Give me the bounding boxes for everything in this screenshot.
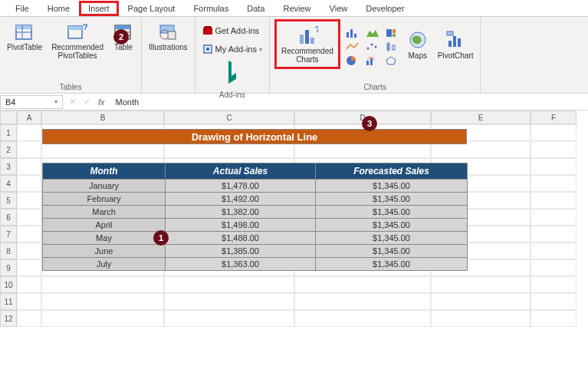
cell[interactable]: [431, 310, 531, 327]
tab-developer[interactable]: Developer: [356, 1, 413, 16]
row-header[interactable]: 11: [0, 293, 17, 310]
column-chart-icon[interactable]: [345, 28, 360, 38]
row-header[interactable]: 10: [0, 276, 17, 293]
tab-view[interactable]: View: [320, 1, 357, 16]
radar-chart-icon[interactable]: [385, 55, 400, 66]
tab-insert[interactable]: Insert: [79, 1, 119, 16]
cell[interactable]: [294, 310, 431, 327]
get-addins-button[interactable]: Get Add-ins: [200, 24, 264, 38]
row-header[interactable]: 4: [0, 175, 17, 192]
cell[interactable]: [531, 175, 577, 192]
table-cell[interactable]: $1,345.00: [316, 193, 468, 206]
pivotchart-button[interactable]: PivotChart: [435, 28, 476, 61]
table-cell[interactable]: July: [43, 258, 166, 271]
cell[interactable]: [431, 293, 531, 310]
cell[interactable]: [294, 293, 431, 310]
cell[interactable]: [531, 310, 577, 327]
cell[interactable]: [164, 310, 294, 327]
cell[interactable]: [17, 293, 41, 310]
table-row[interactable]: March$1,382.00$1,345.00: [43, 206, 468, 219]
col-header-f[interactable]: F: [531, 111, 577, 124]
cell[interactable]: [17, 124, 41, 141]
cell[interactable]: [431, 276, 531, 293]
table-cell[interactable]: February: [43, 193, 166, 206]
my-addins-button[interactable]: My Add-ins ▾: [200, 42, 264, 56]
table-row[interactable]: April$1,498.00$1,345.00: [43, 219, 468, 232]
cell[interactable]: [531, 158, 577, 175]
tab-page-layout[interactable]: Page Layout: [119, 1, 185, 16]
table-cell[interactable]: $1,345.00: [316, 232, 468, 245]
cell[interactable]: [531, 141, 577, 158]
cancel-icon[interactable]: ✕: [69, 97, 76, 107]
table-row[interactable]: February$1,492.00$1,345.00: [43, 193, 468, 206]
bing-icon[interactable]: [225, 59, 239, 87]
table-cell[interactable]: $1,345.00: [316, 245, 468, 258]
cell[interactable]: [41, 293, 164, 310]
recommended-charts-button[interactable]: ? Recommended Charts: [274, 19, 340, 69]
col-header-c[interactable]: C: [164, 111, 294, 124]
scatter-chart-icon[interactable]: [365, 41, 380, 52]
line-chart-icon[interactable]: [345, 41, 360, 52]
row-header[interactable]: 3: [0, 158, 17, 175]
cell[interactable]: [17, 259, 41, 276]
tab-formulas[interactable]: Formulas: [184, 1, 238, 16]
col-header-b[interactable]: B: [41, 111, 164, 124]
table-cell[interactable]: $1,488.00: [166, 232, 316, 245]
table-row[interactable]: January$1,478.00$1,345.00: [43, 180, 468, 193]
formula-input[interactable]: Month: [113, 96, 582, 108]
cell[interactable]: [17, 158, 41, 175]
combo-chart-icon[interactable]: [365, 55, 380, 66]
table-row[interactable]: May$1,488.00$1,345.00: [43, 232, 468, 245]
name-box[interactable]: B4: [0, 95, 63, 109]
row-header[interactable]: 1: [0, 124, 17, 141]
table-cell[interactable]: May: [43, 232, 166, 245]
table-cell[interactable]: $1,498.00: [166, 219, 316, 232]
cell[interactable]: [17, 310, 41, 327]
stats-chart-icon[interactable]: [385, 41, 400, 52]
data-table[interactable]: Month Actual Sales Forecasted Sales Janu…: [42, 163, 468, 271]
table-cell[interactable]: $1,385.00: [166, 245, 316, 258]
row-header[interactable]: 7: [0, 226, 17, 242]
fx-icon[interactable]: fx: [98, 97, 105, 107]
hierarchy-chart-icon[interactable]: [385, 28, 400, 38]
cell[interactable]: [17, 141, 41, 158]
row-header[interactable]: 12: [0, 310, 17, 327]
cell[interactable]: [41, 310, 164, 327]
table-row[interactable]: July$1,363.00$1,345.00: [43, 258, 468, 271]
col-header-a[interactable]: A: [17, 111, 41, 124]
table-cell[interactable]: $1,345.00: [316, 258, 468, 271]
table-row[interactable]: June$1,385.00$1,345.00: [43, 245, 468, 258]
cell[interactable]: [17, 175, 41, 192]
cell[interactable]: [531, 209, 577, 226]
table-cell[interactable]: March: [43, 206, 166, 219]
tab-data[interactable]: Data: [238, 1, 274, 16]
illustrations-button[interactable]: Illustrations: [146, 19, 190, 53]
table-cell[interactable]: $1,382.00: [166, 206, 316, 219]
table-cell[interactable]: $1,345.00: [316, 206, 468, 219]
cell[interactable]: [531, 242, 577, 259]
table-cell[interactable]: April: [43, 219, 166, 232]
cell[interactable]: [531, 293, 577, 310]
recommended-pivot-button[interactable]: ? Recommended PivotTables: [49, 19, 106, 61]
maps-button[interactable]: Maps: [405, 28, 431, 61]
select-all-corner[interactable]: [0, 111, 17, 124]
table-cell[interactable]: $1,492.00: [166, 193, 316, 206]
table-cell[interactable]: $1,345.00: [316, 219, 468, 232]
table-cell[interactable]: $1,478.00: [166, 180, 316, 193]
row-header[interactable]: 6: [0, 209, 17, 226]
cell[interactable]: [531, 259, 577, 276]
row-header[interactable]: 2: [0, 141, 17, 158]
cell[interactable]: [17, 242, 41, 259]
table-cell[interactable]: January: [43, 180, 166, 193]
col-header-e[interactable]: E: [431, 111, 531, 124]
tab-file[interactable]: File: [6, 1, 38, 16]
cell[interactable]: [531, 192, 577, 209]
cell[interactable]: [17, 226, 41, 242]
enter-icon[interactable]: ✓: [84, 97, 90, 107]
cell[interactable]: [294, 276, 431, 293]
cell[interactable]: [17, 192, 41, 209]
cell[interactable]: [164, 276, 294, 293]
cell[interactable]: [531, 124, 577, 141]
cell[interactable]: [17, 209, 41, 226]
area-chart-icon[interactable]: [365, 28, 380, 38]
